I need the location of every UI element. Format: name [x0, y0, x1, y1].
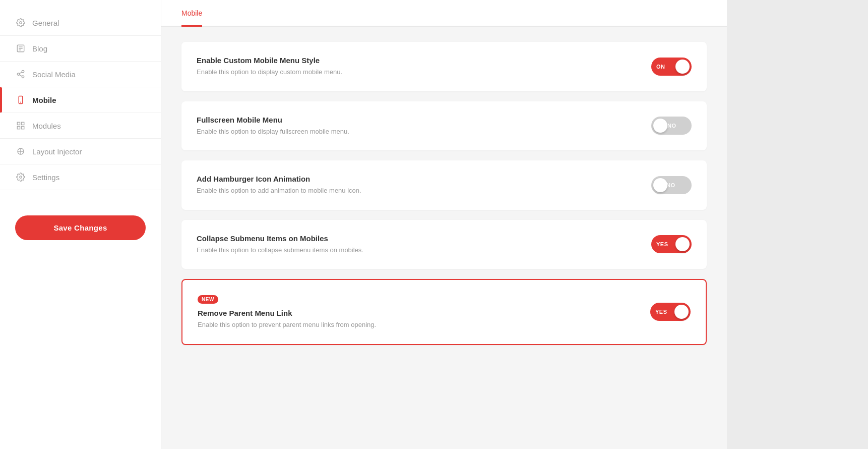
setting-desc: Enable this option to add animation to m… [197, 186, 636, 196]
toggle-fullscreen-menu[interactable]: NO [651, 117, 692, 135]
toggle-wrapper: NO [651, 117, 692, 135]
sidebar-item-label: Modules [32, 122, 61, 130]
setting-title: Remove Parent Menu Link [198, 309, 635, 317]
toggle-label: YES [650, 309, 671, 315]
sidebar-item-social-media[interactable]: Social Media [0, 62, 161, 87]
toggle-knob [675, 60, 690, 74]
svg-point-19 [20, 176, 22, 179]
svg-rect-15 [22, 127, 24, 129]
save-changes-button[interactable]: Save Changes [15, 215, 146, 240]
modules-icon [15, 120, 26, 131]
setting-desc: Enable this option to display fullscreen… [197, 127, 636, 137]
svg-point-5 [22, 71, 24, 73]
setting-desc: Enable this option to collapse submenu i… [197, 245, 636, 255]
toggle-knob [653, 178, 667, 192]
svg-rect-12 [17, 122, 20, 125]
setting-info: Fullscreen Mobile Menu Enable this optio… [197, 116, 636, 137]
setting-desc: Enable this option to prevent parent men… [198, 320, 635, 330]
toggle-label: ON [651, 64, 669, 70]
right-panel [727, 0, 868, 449]
toggle-custom-mobile-menu[interactable]: ON [651, 58, 692, 76]
sidebar: General Blog Social Media [0, 0, 161, 449]
toggle-wrapper: YES [650, 303, 691, 321]
blog-icon [15, 43, 26, 54]
sidebar-item-label: Settings [32, 173, 59, 182]
share-icon [15, 69, 26, 80]
toggle-remove-parent-link[interactable]: YES [650, 303, 691, 321]
sidebar-item-settings[interactable]: Settings [0, 164, 161, 190]
setting-card-collapse-submenu: Collapse Submenu Items on Mobiles Enable… [181, 220, 707, 269]
toggle-wrapper: NO [651, 176, 692, 194]
svg-point-0 [20, 22, 22, 24]
setting-info: Collapse Submenu Items on Mobiles Enable… [197, 234, 636, 255]
settings-content: Enable Custom Mobile Menu Style Enable t… [161, 27, 727, 449]
tab-mobile[interactable]: Mobile [181, 0, 202, 27]
main-content: Mobile Enable Custom Mobile Menu Style E… [161, 0, 727, 449]
save-button-container: Save Changes [0, 200, 161, 240]
settings-icon [15, 172, 26, 183]
setting-info: Add Hamburger Icon Animation Enable this… [197, 175, 636, 196]
sidebar-item-mobile[interactable]: Mobile [0, 87, 161, 113]
setting-desc: Enable this option to display custom mob… [197, 67, 636, 77]
sidebar-item-label: Layout Injector [32, 147, 82, 156]
layout-icon [15, 146, 26, 157]
setting-card-fullscreen-menu: Fullscreen Mobile Menu Enable this optio… [181, 101, 707, 151]
svg-line-8 [19, 75, 22, 76]
sidebar-item-label: Blog [32, 44, 47, 53]
setting-card-hamburger-animation: Add Hamburger Icon Animation Enable this… [181, 160, 707, 210]
setting-info: Enable Custom Mobile Menu Style Enable t… [197, 56, 636, 77]
sidebar-item-layout-injector[interactable]: Layout Injector [0, 139, 161, 164]
sidebar-item-label: Social Media [32, 70, 76, 79]
toggle-collapse-submenu[interactable]: YES [651, 235, 692, 253]
toggle-label: YES [651, 241, 672, 247]
svg-line-9 [19, 72, 22, 74]
sidebar-item-blog[interactable]: Blog [0, 36, 161, 62]
gear-icon [15, 17, 26, 28]
svg-point-6 [17, 73, 20, 76]
sidebar-item-general[interactable]: General [0, 10, 161, 36]
tab-bar: Mobile [161, 0, 727, 27]
toggle-knob [675, 237, 690, 251]
svg-rect-14 [17, 127, 20, 129]
toggle-wrapper: YES [651, 235, 692, 253]
setting-title: Enable Custom Mobile Menu Style [197, 56, 636, 65]
setting-card-custom-mobile-menu: Enable Custom Mobile Menu Style Enable t… [181, 42, 707, 91]
setting-title: Add Hamburger Icon Animation [197, 175, 636, 183]
toggle-knob [674, 305, 689, 319]
svg-rect-13 [22, 122, 24, 125]
new-badge: NEW [198, 295, 218, 304]
sidebar-item-label: Mobile [32, 96, 56, 104]
setting-title: Fullscreen Mobile Menu [197, 116, 636, 124]
toggle-wrapper: ON [651, 58, 692, 76]
mobile-icon [15, 94, 26, 105]
setting-info: NEW Remove Parent Menu Link Enable this … [198, 294, 635, 330]
sidebar-item-label: General [32, 19, 59, 27]
toggle-hamburger-animation[interactable]: NO [651, 176, 692, 194]
setting-title: Collapse Submenu Items on Mobiles [197, 234, 636, 243]
toggle-knob [653, 119, 667, 133]
sidebar-item-modules[interactable]: Modules [0, 113, 161, 139]
setting-card-remove-parent-link: NEW Remove Parent Menu Link Enable this … [181, 279, 707, 345]
svg-point-7 [22, 76, 24, 78]
